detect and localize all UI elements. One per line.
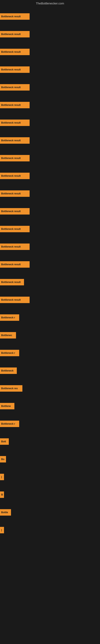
bar-row: Bottleneck result (0, 114, 100, 132)
bar-row: Bottleneck result (0, 256, 100, 273)
bar-label: Bott (1, 440, 6, 443)
bar-row: Bottleneck r (0, 415, 100, 433)
bar-row: Bottleneck result (0, 238, 100, 256)
bar-label: Bottleneck result (1, 298, 21, 301)
bar-label: Bottleneck result (1, 68, 21, 71)
result-bar: Bottleneck r (0, 314, 19, 321)
bar-label: Bottleneck result (1, 210, 21, 213)
result-bar: Bottleneck result (0, 244, 30, 250)
bar-label: | (1, 529, 2, 532)
bar-row: Bottleneck result (0, 96, 100, 114)
bar-label: Bottleneck result (1, 157, 21, 160)
result-bar: Bottleneck result (0, 208, 30, 214)
result-bar: Bottle (0, 509, 11, 516)
bar-row: Bottleneck r (0, 309, 100, 326)
result-bar: Bottleneck result (0, 279, 24, 285)
result-bar: Bottleneck result (0, 102, 30, 108)
bar-row: Bo (0, 450, 100, 468)
bar-label: Bottleneck result (1, 15, 21, 18)
bar-label: Bottleneck result (1, 245, 21, 248)
result-bar: Bottleneck (0, 368, 17, 374)
bar-row: Bottleneck r (0, 344, 100, 362)
bar-label: Bottleneck (1, 369, 13, 372)
bar-label: Bottleneck result (1, 121, 21, 124)
result-bar: Bottleneck result (0, 226, 30, 232)
bar-label: Bottleneck res (1, 387, 18, 390)
result-bar: Bottleneck result (0, 49, 30, 55)
bar-row (0, 557, 100, 574)
result-bar: Bottlene (0, 403, 14, 409)
result-bar: Bottleneck result (0, 66, 30, 73)
result-bar: Bottleneck result (0, 190, 30, 197)
bar-label: Bottleneck result (1, 50, 21, 53)
bar-row: Bottleneck result (0, 220, 100, 238)
bar-label: Bottleneck r (1, 316, 15, 319)
bar-row: Bottleneck (0, 362, 100, 380)
result-bar: Bottleneck result (0, 31, 30, 38)
result-bar: Bo (0, 456, 6, 462)
bar-row: Bottlenec (0, 326, 100, 344)
result-bar: Bottleneck r (0, 420, 19, 427)
bar-label: Bottlenec (1, 334, 12, 337)
bar-row: B (0, 486, 100, 504)
bar-row (0, 539, 100, 557)
bar-label: Bottleneck result (1, 263, 21, 266)
bar-row: | (0, 468, 100, 486)
bar-row: Bottleneck result (0, 185, 100, 202)
result-bar: Bottleneck result (0, 173, 30, 179)
bar-row: Bott (0, 433, 100, 450)
bar-row: Bottleneck result (0, 78, 100, 96)
result-bar: | (0, 527, 4, 533)
bar-label: Bottle (1, 511, 8, 514)
bar-row: Bottleneck result (0, 202, 100, 220)
bar-label: Bottleneck result (1, 86, 21, 89)
bar-label: Bottleneck result (1, 174, 21, 177)
bar-row: | (0, 521, 100, 539)
bar-row (0, 628, 100, 644)
bar-row: Bottleneck result (0, 149, 100, 167)
bar-row: Bottleneck res (0, 380, 100, 397)
bar-label: B (1, 493, 3, 496)
result-bar: B (0, 492, 4, 498)
result-bar: Bottleneck result (0, 155, 30, 162)
bar-row: Bottleneck result (0, 25, 100, 43)
bar-row: Bottleneck result (0, 167, 100, 185)
chart-area: Bottleneck resultBottleneck resultBottle… (0, 8, 100, 644)
result-bar: Bottleneck result (0, 261, 30, 268)
bar-label: Bottleneck result (1, 192, 21, 195)
bar-row: Bottleneck result (0, 61, 100, 78)
result-bar: Bott (0, 438, 9, 445)
bar-label: Bottleneck r (1, 352, 15, 354)
bar-label: Bottleneck result (1, 228, 21, 230)
page-header: TheBottlenecker.com (0, 0, 100, 8)
bar-label: Bo (1, 458, 4, 461)
result-bar: Bottleneck res (0, 385, 22, 392)
result-bar: Bottleneck result (0, 137, 30, 144)
bar-label: Bottleneck result (1, 139, 21, 142)
result-bar: Bottleneck result (0, 120, 30, 126)
bar-row (0, 592, 100, 610)
bar-row (0, 610, 100, 628)
site-title: TheBottlenecker.com (36, 2, 64, 5)
bar-label: Bottleneck r (1, 422, 15, 425)
bar-row (0, 574, 100, 592)
result-bar: | (0, 474, 4, 480)
result-bar: Bottleneck result (0, 84, 30, 90)
bar-row: Bottleneck result (0, 273, 100, 291)
bar-label: Bottleneck result (1, 33, 21, 36)
result-bar: Bottleneck r (0, 350, 19, 356)
bar-row: Bottlene (0, 397, 100, 415)
result-bar: Bottleneck result (0, 297, 30, 303)
bar-row: Bottleneck result (0, 8, 100, 25)
result-bar: Bottleneck result (0, 13, 30, 20)
bar-label: Bottleneck result (1, 281, 21, 284)
bar-row: Bottleneck result (0, 132, 100, 149)
result-bar: Bottlenec (0, 332, 16, 338)
bar-label: Bottleneck result (1, 104, 21, 106)
bar-row: Bottleneck result (0, 291, 100, 309)
bar-label: | (1, 476, 2, 478)
bar-row: Bottleneck result (0, 43, 100, 61)
bar-row: Bottle (0, 504, 100, 521)
bar-label: Bottlene (1, 405, 11, 408)
